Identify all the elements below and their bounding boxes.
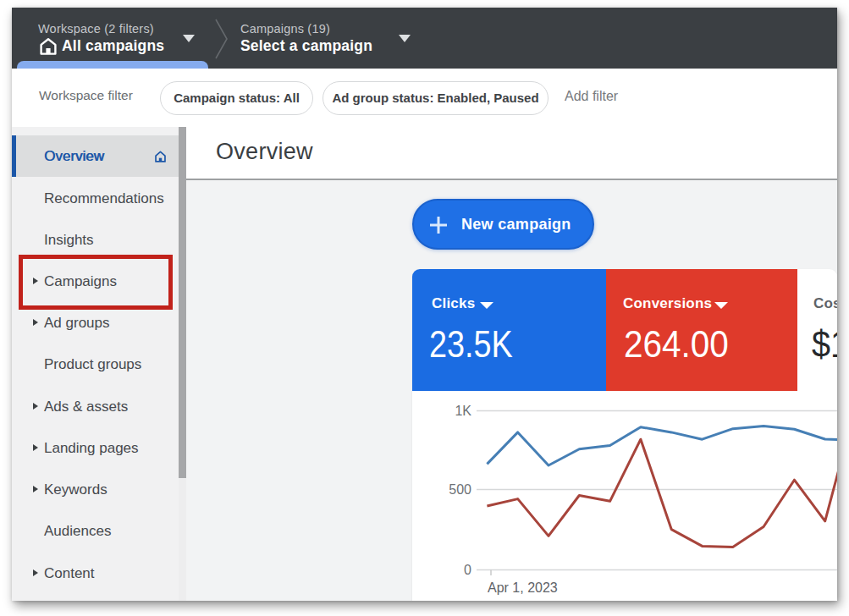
svg-text:1K: 1K (455, 404, 471, 418)
svg-text:0: 0 (464, 563, 471, 577)
svg-text:500: 500 (449, 482, 471, 497)
svg-text:Apr 1, 2023: Apr 1, 2023 (488, 580, 558, 595)
